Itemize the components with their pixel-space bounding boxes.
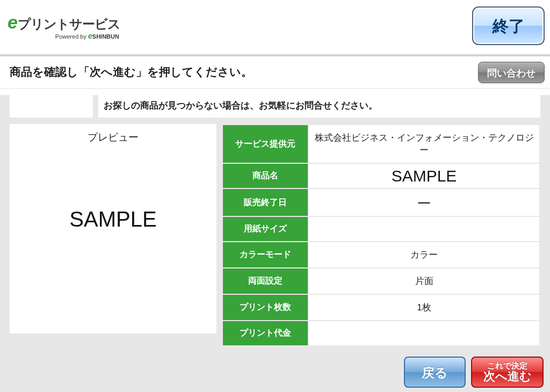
row-product-name: 商品名 SAMPLE [222,163,540,188]
confirm-line1: これで決定 [487,361,527,371]
value-duplex: 片面 [308,268,540,294]
instruction-text: 商品を確認し「次へ進む」を押してください。 [10,64,252,79]
page-body: お探しの商品が見つからない場合は、お気軽にお問合せください。 プレビュー SAM… [0,95,550,392]
logo-shinbun: SHINBUN [92,33,119,40]
value-color-mode: カラー [308,242,540,268]
row-color-mode: カラーモード カラー [222,242,540,268]
label-product-name: 商品名 [222,163,308,188]
content-row: プレビュー SAMPLE サービス提供元 株式会社ビジネス・インフォメーション・… [0,120,550,346]
helper-strip: お探しの商品が見つからない場合は、お気軽にお問合せください。 [10,95,540,118]
row-duplex: 両面設定 片面 [222,268,540,294]
row-provider: サービス提供元 株式会社ビジネス・インフォメーション・テクノロジー [222,125,540,163]
label-paper-size: 用紙サイズ [222,216,308,242]
helper-text: お探しの商品が見つからない場合は、お気軽にお問合せください。 [98,95,540,118]
label-print-count: プリント枚数 [222,294,308,321]
helper-empty-box [10,95,93,118]
bottom-button-row: 戻る これで決定 次へ進む [404,357,544,388]
product-details-table: サービス提供元 株式会社ビジネス・インフォメーション・テクノロジー 商品名 SA… [222,124,540,346]
row-print-count: プリント枚数 1枚 [222,294,540,321]
value-product-name: SAMPLE [308,163,540,188]
row-paper-size: 用紙サイズ [222,216,540,242]
confirm-next-button[interactable]: これで決定 次へ進む [471,357,544,388]
inquiry-button[interactable]: 問い合わせ [478,62,545,83]
row-sale-end: 販売終了日 — [222,188,540,216]
logo-service-name: プリントサービス [18,17,120,31]
instruction-bar: 商品を確認し「次へ進む」を押してください。 問い合わせ [0,56,550,89]
label-provider: サービス提供元 [222,125,308,163]
preview-panel: プレビュー SAMPLE [10,124,216,333]
label-sale-end: 販売終了日 [222,188,308,216]
exit-button[interactable]: 終了 [472,6,545,45]
label-print-price: プリント代金 [222,321,308,346]
value-sale-end: — [308,188,540,216]
logo-powered-by: Powered by [55,33,86,40]
value-print-price [308,321,540,346]
service-logo: eプリントサービス Powered by eSHINBUN [8,13,120,40]
preview-sample-text: SAMPLE [10,207,216,231]
back-button[interactable]: 戻る [404,357,466,388]
value-paper-size [308,216,540,242]
preview-title: プレビュー [10,130,216,144]
row-print-price: プリント代金 [222,321,540,346]
value-provider: 株式会社ビジネス・インフォメーション・テクノロジー [308,125,540,163]
confirm-line2: 次へ進む [483,370,532,383]
top-header: eプリントサービス Powered by eSHINBUN 終了 [0,0,550,56]
label-duplex: 両面設定 [222,268,308,294]
label-color-mode: カラーモード [222,242,308,268]
value-print-count: 1枚 [308,294,540,321]
